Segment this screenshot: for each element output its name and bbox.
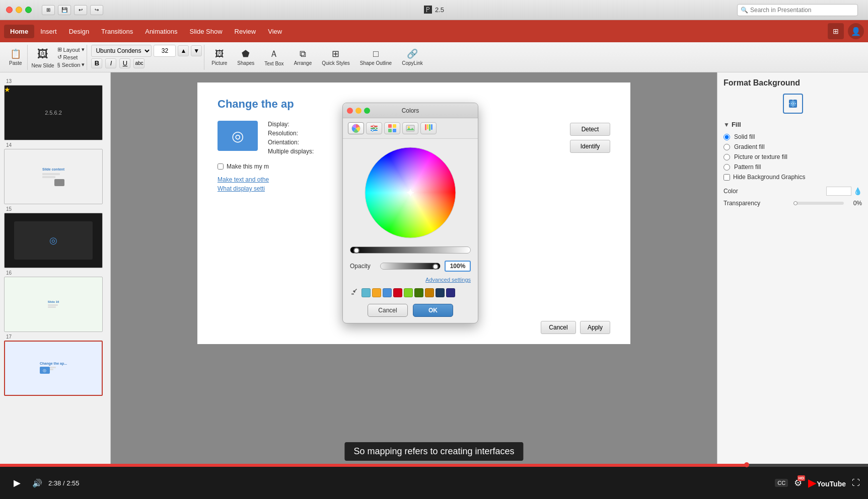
opacity-slider[interactable] [380, 263, 441, 270]
color-cancel-button[interactable]: Cancel [368, 304, 408, 317]
pencil-tab[interactable] [420, 122, 437, 134]
fill-picture-radio[interactable] [724, 154, 730, 160]
search-input[interactable] [750, 7, 851, 14]
play-button[interactable]: ▶ [8, 474, 26, 492]
format-fill-icon[interactable] [783, 94, 803, 114]
brightness-thumb[interactable] [353, 247, 359, 254]
layout-button[interactable]: ⊞Layout▾ [57, 46, 85, 53]
sliders-tab[interactable] [366, 122, 382, 134]
brightness-slider[interactable] [350, 246, 471, 254]
opacity-value[interactable]: 100% [445, 261, 471, 272]
dialog-close-button[interactable] [347, 108, 353, 114]
copy-link-button[interactable]: 🔗 CopyLink [399, 46, 426, 68]
slide-thumb-13[interactable]: 13 2.5.6.2 ★ [4, 78, 106, 140]
shapes-button[interactable]: ⬟ Shapes [234, 46, 257, 68]
swatch-5[interactable] [414, 288, 423, 297]
picture-button[interactable]: 🖼 Picture [208, 46, 230, 68]
color-eyedropper-icon[interactable]: 💧 [853, 187, 862, 195]
arrange-button[interactable]: ⧉ Arrange [291, 46, 315, 68]
fill-pattern-radio[interactable] [724, 164, 730, 171]
fill-option-gradient[interactable]: Gradient fill [724, 143, 862, 150]
youtube-logo[interactable]: ▶YouTube [808, 477, 846, 489]
identify-button[interactable]: Identify [570, 140, 610, 153]
fullscreen-icon[interactable]: ⊞ [828, 23, 844, 39]
fill-solid-radio[interactable] [724, 134, 730, 140]
fill-section-header[interactable]: ▼ Fill [724, 121, 862, 128]
fill-option-picture[interactable]: Picture or texture fill [724, 153, 862, 160]
menu-review[interactable]: Review [229, 25, 262, 38]
strikethrough-button[interactable]: abc [133, 58, 144, 68]
cc-button[interactable]: CC [775, 479, 788, 487]
menu-design[interactable]: Design [63, 25, 95, 38]
progress-bar[interactable] [0, 464, 868, 467]
undo-icon[interactable]: ↩ [74, 5, 87, 15]
textbox-button[interactable]: Ａ Text Box [261, 46, 286, 68]
eyedropper-icon[interactable] [350, 288, 360, 298]
underline-button[interactable]: U [119, 58, 130, 68]
slide-thumb-17[interactable]: 17 Change the ap... ◎ [4, 334, 106, 396]
shape-outline-button[interactable]: □ Shape Outline [357, 46, 395, 68]
transparency-thumb[interactable] [793, 201, 798, 205]
fullscreen-video-button[interactable]: ⛶ [852, 478, 860, 487]
italic-button[interactable]: I [105, 58, 116, 68]
swatch-3[interactable] [393, 288, 402, 297]
save-icon[interactable]: 💾 [58, 5, 71, 15]
settings-button[interactable]: ⚙ HD [794, 477, 802, 488]
hide-bg-checkbox[interactable] [724, 174, 730, 181]
make-my-checkbox[interactable] [218, 163, 224, 170]
crayons-tab[interactable] [384, 122, 400, 134]
slide-apply-button[interactable]: Apply [580, 321, 610, 334]
font-select[interactable]: Ubuntu Condensed [91, 45, 152, 57]
menu-animations[interactable]: Animations [139, 25, 183, 38]
swatch-6[interactable] [425, 288, 434, 297]
close-button[interactable] [6, 7, 13, 13]
color-wheel-tab[interactable] [348, 122, 364, 134]
detect-button[interactable]: Detect [570, 123, 610, 136]
color-wheel-area[interactable] [343, 139, 478, 246]
font-size-input[interactable] [154, 45, 176, 57]
swatch-7[interactable] [436, 288, 445, 297]
menu-home[interactable]: Home [4, 25, 34, 38]
slide-thumb-14[interactable]: 14 Slide content [4, 142, 106, 204]
volume-button[interactable]: 🔊 [32, 478, 42, 488]
color-ok-button[interactable]: OK [413, 304, 453, 317]
slide-thumb-15[interactable]: 15 ◎ [4, 206, 106, 268]
dialog-minimize-button[interactable] [355, 108, 361, 114]
dialog-maximize-button[interactable] [364, 108, 370, 114]
color-wheel[interactable] [363, 145, 458, 240]
search-bar[interactable]: 🔍 [737, 4, 858, 16]
bold-button[interactable]: B [91, 58, 102, 68]
swatch-8[interactable] [446, 288, 455, 297]
image-tab[interactable] [402, 122, 418, 134]
menu-insert[interactable]: Insert [34, 25, 63, 38]
menu-view[interactable]: View [262, 25, 288, 38]
fill-gradient-radio[interactable] [724, 144, 730, 150]
advanced-settings-link[interactable]: Advanced settings [343, 275, 478, 286]
fill-option-pattern[interactable]: Pattern fill [724, 163, 862, 171]
fill-option-solid[interactable]: Solid fill [724, 133, 862, 140]
transparency-slider[interactable] [793, 202, 844, 205]
quick-styles-button[interactable]: ⊞ Quick Styles [319, 46, 353, 68]
redo-icon[interactable]: ↪ [90, 5, 103, 15]
maximize-button[interactable] [25, 7, 32, 13]
color-picker-box[interactable] [826, 187, 851, 196]
swatch-4[interactable] [404, 288, 413, 297]
menu-slideshow[interactable]: Slide Show [184, 25, 229, 38]
minimize-button[interactable] [16, 7, 22, 13]
opacity-thumb[interactable] [432, 264, 439, 270]
menu-transitions[interactable]: Transitions [95, 25, 139, 38]
new-slide-button[interactable]: 🖼 [34, 46, 52, 63]
font-decrease-button[interactable]: ▼ [191, 45, 202, 56]
reset-button[interactable]: ↺Reset [57, 54, 85, 60]
swatch-0[interactable] [361, 288, 371, 297]
slide-thumb-16[interactable]: 16 Slide 16 [4, 270, 106, 332]
swatch-1[interactable] [372, 288, 381, 297]
user-icon[interactable]: 👤 [848, 23, 864, 39]
font-increase-button[interactable]: ▲ [178, 45, 189, 56]
paste-button[interactable]: 📋 Paste [6, 46, 25, 68]
sidebar-toggle-icon[interactable]: ⊞ [42, 5, 55, 15]
color-wheel-indicator[interactable] [407, 189, 414, 196]
section-button[interactable]: §Section▾ [57, 61, 85, 68]
slide-cancel-button[interactable]: Cancel [541, 321, 576, 334]
swatch-2[interactable] [383, 288, 392, 297]
